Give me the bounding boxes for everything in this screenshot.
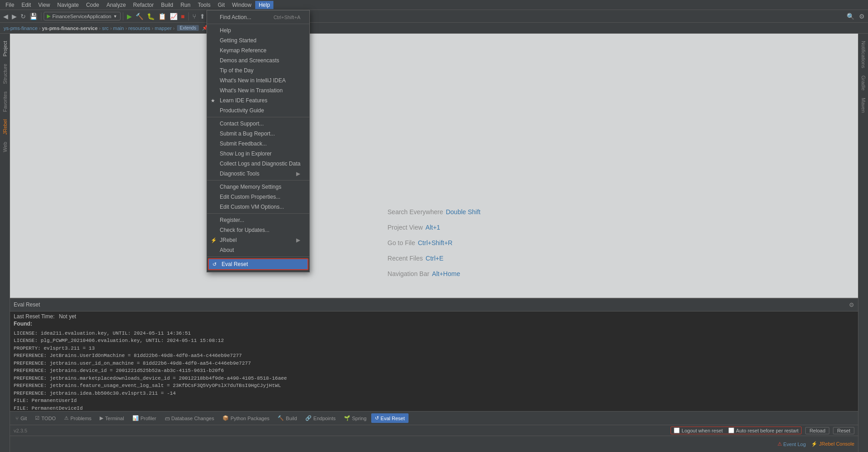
breadcrumb-src[interactable]: src — [102, 25, 109, 31]
reset-time-value: Not yet — [59, 313, 76, 320]
menu-item-edit-custom-vm[interactable]: Edit Custom VM Options... — [207, 202, 309, 212]
eval-panel-settings-icon[interactable]: ⚙ — [849, 301, 854, 308]
tab-problems[interactable]: ⚠ Problems — [61, 413, 95, 423]
menu-item-demos[interactable]: Demos and Screencasts — [207, 55, 309, 65]
menu-item-change-memory[interactable]: Change Memory Settings — [207, 182, 309, 192]
menu-item-learn-ide[interactable]: ★ Learn IDE Features — [207, 95, 309, 105]
menu-help[interactable]: Help — [255, 1, 274, 9]
toolbar-undo-btn[interactable]: ◀ — [2, 12, 10, 21]
menu-item-bug[interactable]: Submit a Bug Report... — [207, 129, 309, 139]
breadcrumb-resources[interactable]: resources — [128, 25, 150, 31]
debug-btn[interactable]: 🐛 — [146, 12, 156, 21]
menu-item-help[interactable]: Help — [207, 25, 309, 35]
run-btn[interactable]: ▶ — [126, 12, 133, 21]
menu-sep-0 — [207, 24, 309, 24]
tab-git[interactable]: ⑂ Git — [12, 414, 30, 423]
menu-item-jrebel[interactable]: ⚡ JRebel ▶ — [207, 235, 309, 245]
tab-build[interactable]: 🔨 Build — [274, 413, 300, 423]
breadcrumb-ys-pms-finance-service[interactable]: ys-pms-finance-service — [42, 25, 97, 31]
tab-endpoints[interactable]: 🔗 Endpoints — [302, 413, 339, 423]
coverage-btn[interactable]: 📋 — [157, 12, 167, 21]
menu-item-diagnostic-label: Diagnostic Tools — [220, 171, 259, 177]
menu-item-diagnostic[interactable]: Diagnostic Tools ▶ — [207, 169, 309, 179]
menu-item-eval-reset[interactable]: ↺ Eval Reset — [208, 258, 308, 270]
profiler-tab-icon: 📊 — [132, 415, 139, 421]
menu-item-collect-logs[interactable]: Collect Logs and Diagnostic Data — [207, 159, 309, 169]
run-config-selector[interactable]: ▶ FinanceServiceApplication ▼ — [44, 12, 121, 20]
log-line-5: PREFERENCE: jetbrains.user_id_on_machine… — [14, 360, 854, 367]
menu-build[interactable]: Build — [157, 1, 177, 9]
menu-item-about[interactable]: About — [207, 245, 309, 255]
menu-window[interactable]: Window — [228, 1, 255, 9]
toolbar-save-btn[interactable]: 💾 — [28, 12, 39, 21]
sidebar-item-gradle[interactable]: Gradle — [860, 72, 867, 94]
menu-analyze[interactable]: Analyze — [103, 1, 130, 9]
sidebar-item-notifications[interactable]: Notifications — [860, 37, 867, 72]
breadcrumb-ys-pms-finance[interactable]: ys-pms-finance — [4, 25, 38, 31]
menu-item-keymap-label: Keymap Reference — [220, 47, 267, 54]
tab-profiler[interactable]: 📊 Profiler — [129, 413, 160, 423]
sidebar-item-structure[interactable]: Structure — [1, 60, 9, 88]
jrebel-arrow-icon: ▶ — [296, 237, 300, 243]
build-btn[interactable]: 🔨 — [134, 12, 145, 21]
profile-btn[interactable]: 📈 — [168, 12, 179, 21]
menu-item-help-label: Help — [220, 27, 231, 34]
logout-when-reset-checkbox[interactable] — [674, 427, 680, 433]
eval-panel-title: Eval Reset — [14, 301, 40, 308]
jrebel-console-link[interactable]: ⚡ JRebel Console — [811, 441, 854, 447]
jrebel-icon: ⚡ — [211, 237, 217, 243]
build-tab-icon: 🔨 — [278, 415, 284, 421]
menu-item-edit-custom-props[interactable]: Edit Custom Properties... — [207, 192, 309, 202]
menu-file[interactable]: File — [2, 1, 18, 9]
breadcrumb-main[interactable]: main — [113, 25, 124, 31]
menu-item-contact-label: Contact Support... — [220, 121, 264, 127]
breadcrumb-extends[interactable]: Extends — [177, 25, 199, 31]
reset-btn[interactable]: Reset — [833, 427, 854, 434]
tab-python-packages[interactable]: 📦 Python Packages — [219, 413, 273, 423]
tab-spring[interactable]: 🌱 Spring — [340, 413, 370, 423]
menu-item-feedback[interactable]: Submit Feedback... — [207, 139, 309, 149]
menu-navigate[interactable]: Navigate — [54, 1, 82, 9]
toolbar-refresh-btn[interactable]: ↻ — [19, 12, 27, 21]
menu-item-getting-started[interactable]: Getting Started — [207, 35, 309, 45]
toolbar-redo-btn[interactable]: ▶ — [10, 12, 18, 21]
tab-terminal[interactable]: ▶ Terminal — [96, 413, 128, 423]
shortcut-search-label: Search Everywhere — [388, 208, 443, 216]
tab-eval-reset[interactable]: ↺ Eval Reset — [371, 413, 409, 423]
menu-refactor[interactable]: Refactor — [130, 1, 157, 9]
sidebar-item-maven[interactable]: Maven — [860, 94, 867, 116]
breadcrumb-mapper[interactable]: mapper — [155, 25, 172, 31]
settings-gear-btn[interactable]: ⚙ — [858, 12, 866, 21]
sidebar-item-favorites[interactable]: Favorites — [1, 88, 9, 116]
search-btn[interactable]: 🔍 — [845, 12, 856, 21]
vcs-btn[interactable]: ⑂ — [191, 12, 197, 21]
stop-btn[interactable]: ■ — [180, 12, 186, 21]
menu-tools[interactable]: Tools — [194, 1, 214, 9]
menu-git[interactable]: Git — [214, 1, 228, 9]
sidebar-item-web[interactable]: Web — [1, 138, 9, 156]
tab-profiler-label: Profiler — [141, 416, 156, 421]
reload-btn[interactable]: Reload — [805, 427, 829, 434]
todo-tab-icon: ☑ — [35, 415, 40, 421]
event-log-link[interactable]: Event Log — [783, 442, 806, 447]
menu-code[interactable]: Code — [82, 1, 103, 9]
menu-item-contact[interactable]: Contact Support... — [207, 119, 309, 129]
menu-run[interactable]: Run — [177, 1, 194, 9]
update-btn[interactable]: ⬆ — [198, 12, 207, 21]
menu-find-action[interactable]: Find Action... Ctrl+Shift+A — [207, 12, 309, 22]
menu-item-whats-new[interactable]: What's New in IntelliJ IDEA — [207, 75, 309, 85]
menu-item-register[interactable]: Register... — [207, 215, 309, 225]
menu-edit[interactable]: Edit — [18, 1, 35, 9]
tab-todo[interactable]: ☑ TODO — [31, 413, 60, 423]
menu-item-tip[interactable]: Tip of the Day — [207, 65, 309, 75]
menu-item-check-updates[interactable]: Check for Updates... — [207, 225, 309, 235]
sidebar-item-project[interactable]: Project — [1, 37, 9, 60]
menu-view[interactable]: View — [35, 1, 54, 9]
menu-item-show-log[interactable]: Show Log in Explorer — [207, 149, 309, 159]
menu-item-whats-new-trans[interactable]: What's New in Translation — [207, 85, 309, 95]
menu-item-keymap[interactable]: Keymap Reference — [207, 45, 309, 55]
auto-reset-checkbox[interactable] — [728, 427, 734, 433]
menu-item-productivity[interactable]: Productivity Guide — [207, 105, 309, 116]
sidebar-item-jrebel[interactable]: JRebel — [1, 116, 9, 138]
tab-database-changes[interactable]: 🗃 Database Changes — [161, 414, 218, 423]
